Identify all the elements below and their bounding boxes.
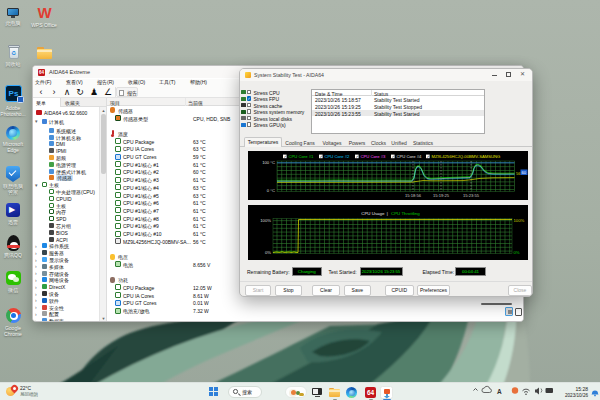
svg-text:✓: ✓: [391, 154, 394, 159]
svg-text:✓: ✓: [283, 154, 286, 159]
svg-text:CPU Usage |: CPU Usage |: [361, 211, 388, 216]
svg-text:0%: 0%: [265, 250, 271, 255]
svg-text:A: A: [497, 388, 502, 395]
svg-text:100%: 100%: [514, 218, 525, 223]
svg-text:15:23:55: 15:23:55: [463, 193, 480, 198]
svg-text:15:19:25: 15:19:25: [433, 193, 450, 198]
svg-text:60: 60: [522, 170, 527, 175]
svg-text:100 °C: 100 °C: [262, 160, 275, 165]
svg-text:✓: ✓: [426, 154, 429, 159]
svg-text:0%: 0%: [514, 250, 520, 255]
svg-text:✓: ✓: [319, 154, 322, 159]
svg-text:2023/10/26: 2023/10/26: [565, 393, 588, 398]
svg-text:56: 56: [516, 171, 521, 176]
svg-text:CPU Core #4: CPU Core #4: [397, 154, 423, 159]
svg-text:100%: 100%: [260, 218, 271, 223]
svg-text:MZ9L4256HCJQ-00BMV-SAMSUNG: MZ9L4256HCJQ-00BMV-SAMSUNG: [432, 154, 501, 159]
svg-text:CPU Core #3: CPU Core #3: [361, 154, 387, 159]
svg-text:CPU Throttling: CPU Throttling: [391, 211, 420, 216]
svg-text:✓: ✓: [355, 154, 358, 159]
svg-text:15:18:56: 15:18:56: [405, 193, 422, 198]
svg-text:15:28: 15:28: [575, 386, 588, 392]
svg-text:0 °C: 0 °C: [267, 188, 275, 193]
svg-text:CPU Core #2: CPU Core #2: [325, 154, 351, 159]
svg-text:CPU Core #1: CPU Core #1: [289, 154, 315, 159]
